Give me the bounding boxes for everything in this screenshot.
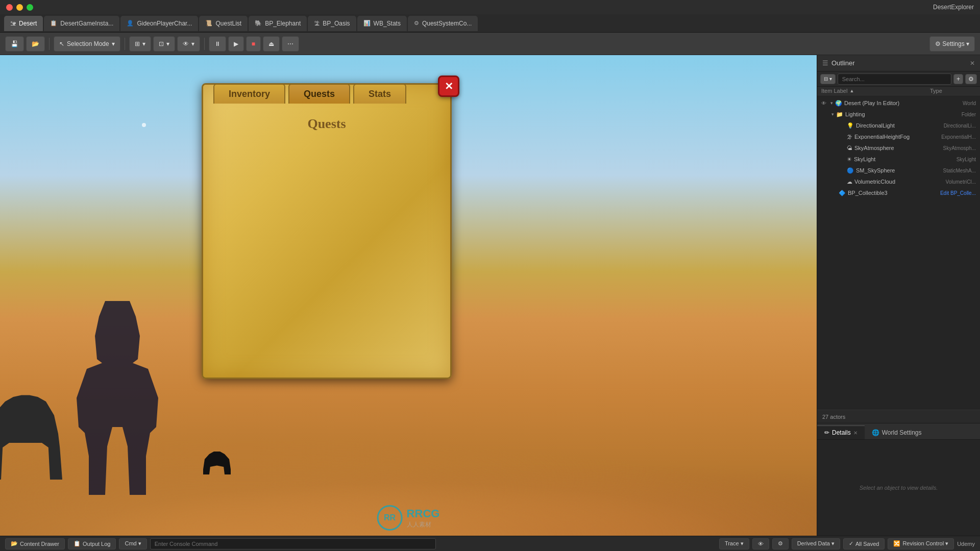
more-button[interactable]: ⋯ <box>282 36 299 52</box>
tab-questlist[interactable]: 📜QuestList <box>199 16 248 31</box>
outliner-column-headers: Item Label ▲ Type <box>817 87 980 95</box>
tree-item[interactable]: 🔷 BP_Collectible3 Edit BP_Colle... <box>817 187 980 198</box>
tab-gideon[interactable]: 👤GideonPlayerChar... <box>120 16 198 31</box>
tree-item[interactable]: ☁ VolumetricCloud VolumetriCl... <box>817 176 980 187</box>
derived-data-button[interactable]: Derived Data ▾ <box>792 538 840 549</box>
tab-label-desert: Desert <box>19 20 37 27</box>
inventory-tab[interactable]: Inventory <box>213 84 285 104</box>
tree-item-icon: ☁ <box>847 179 852 185</box>
viewport[interactable]: Inventory Quests Stats ✕ Quests <box>0 55 817 536</box>
stats-tab[interactable]: Stats <box>353 84 406 104</box>
content-drawer-button[interactable]: 📂 Content Drawer <box>5 538 65 549</box>
tree-item-icon: 🌍 <box>835 100 842 107</box>
tree-item-label: Desert (Play In Editor) <box>844 100 961 106</box>
main-area: Inventory Quests Stats ✕ Quests <box>0 55 980 536</box>
tree-item-type: StaticMeshA... <box>943 168 976 173</box>
traffic-lights <box>6 4 33 11</box>
outliner-add-button[interactable]: + <box>953 74 963 84</box>
right-panel: ☰ Outliner ✕ ⊟ ▾ + ⚙ Item Label ▲ Type 👁… <box>817 55 980 536</box>
watermark-sub-text: 人人素材 <box>407 520 440 529</box>
transform-button[interactable]: ⊞ ▾ <box>129 36 151 52</box>
tab-quest-system[interactable]: ⚙QuestSystemCo... <box>408 16 478 31</box>
eject-button[interactable]: ⏏ <box>263 36 280 52</box>
tree-item[interactable]: 💡 DirectionalLight DirectionalLi... <box>817 120 980 131</box>
tab-bp-oasis[interactable]: 🏝BP_Oasis <box>308 16 356 31</box>
tab-icon-quest-system: ⚙ <box>414 20 419 27</box>
view-icon: 👁 <box>183 40 189 47</box>
tree-item-label: DirectionalLight <box>856 122 942 129</box>
app-title: DesertExplorer <box>933 4 974 11</box>
tab-icon-wb-stats: 📊 <box>363 20 371 27</box>
transform-icon: ⊞ <box>135 40 140 47</box>
outliner-title: Outliner <box>831 59 967 67</box>
tree-item-label: SkyLight <box>854 156 954 162</box>
play-button[interactable]: ▶ <box>228 36 244 52</box>
tab-icon-desert: 🏜 <box>10 20 16 27</box>
tab-desert[interactable]: 🏜Desert <box>4 16 43 31</box>
outliner-settings-icon[interactable]: ⚙ <box>965 74 977 84</box>
console-input[interactable] <box>150 538 436 549</box>
tab-bar: 🏜Desert📋DesertGameInsta...👤GideonPlayerC… <box>0 14 980 33</box>
view-button[interactable]: 👁 ▾ <box>177 36 200 52</box>
save-indicator[interactable]: ✓ All Saved <box>843 538 885 549</box>
mouse-cursor <box>142 123 146 127</box>
settings-button[interactable]: ⚙ Settings ▾ <box>929 36 975 52</box>
tree-expand-arrow[interactable]: ▾ <box>830 101 833 106</box>
cpu-icon-button[interactable]: ⚙ <box>772 538 789 549</box>
check-icon: ✓ <box>849 540 853 547</box>
save-button[interactable]: 💾 <box>5 36 24 52</box>
tree-item-type: Folder <box>962 112 976 117</box>
tab-icon-bp-elephant: 🐘 <box>255 20 262 27</box>
outliner-tree[interactable]: 👁 ▾ 🌍 Desert (Play In Editor) World ▾ 📁 … <box>817 95 980 410</box>
tab-wb-stats[interactable]: 📊WB_Stats <box>357 16 407 31</box>
tab-label-gideon: GideonPlayerChar... <box>137 20 192 27</box>
view-dropdown-icon: ▾ <box>191 40 194 47</box>
maximize-button[interactable] <box>27 4 33 11</box>
tree-item-type: SkyLight <box>957 157 976 162</box>
eye-toggle[interactable]: 👁 <box>821 101 826 106</box>
tree-item[interactable]: ☀ SkyLight SkyLight <box>817 154 980 165</box>
tree-item-type: ExponentialH... <box>941 134 976 140</box>
tree-item[interactable]: ▾ 📁 Lighting Folder <box>817 109 980 120</box>
game-ui-overlay: Inventory Quests Stats ✕ Quests <box>0 55 817 536</box>
tree-item[interactable]: 🔵 SM_SkySphere StaticMeshA... <box>817 165 980 176</box>
drawer-icon: 📂 <box>11 540 18 547</box>
outliner-search-input[interactable] <box>838 73 951 85</box>
stop-button[interactable]: ■ <box>246 36 261 52</box>
tree-item[interactable]: 👁 ▾ 🌍 Desert (Play In Editor) World <box>817 97 980 109</box>
tree-item[interactable]: 🌫 ExponentialHeightFog ExponentialH... <box>817 131 980 142</box>
watermark-circle-text: RR <box>384 513 396 522</box>
panel-close-button[interactable]: ✕ <box>438 76 459 97</box>
outliner-filter-button[interactable]: ⊟ ▾ <box>820 74 836 84</box>
minimize-button[interactable] <box>16 4 23 11</box>
pause-button[interactable]: ⏸ <box>209 36 226 52</box>
trace-button[interactable]: Trace ▾ <box>719 538 749 549</box>
revision-control-button[interactable]: 🔀 Revision Control ▾ <box>888 538 954 549</box>
outliner-toolbar: ⊟ ▾ + ⚙ <box>817 71 980 87</box>
close-button[interactable] <box>6 4 13 11</box>
details-body: Select an object to view details. <box>817 440 980 536</box>
udemy-text: Udemy <box>957 541 975 547</box>
tree-expand-arrow[interactable]: ▾ <box>831 112 834 117</box>
tab-icon-gideon: 👤 <box>127 20 134 27</box>
revision-icon: 🔀 <box>893 540 900 547</box>
outliner-close-icon[interactable]: ✕ <box>970 60 975 67</box>
details-close-icon[interactable]: ✕ <box>853 430 857 436</box>
quests-tab[interactable]: Quests <box>288 84 350 104</box>
details-tab[interactable]: ✏ Details ✕ <box>817 425 865 439</box>
selection-mode-button[interactable]: ↖ Selection Mode ▾ <box>54 36 120 52</box>
tree-item-label: SM_SkySphere <box>856 167 941 173</box>
output-log-button[interactable]: 📋 Output Log <box>68 538 116 549</box>
stats-tab-label: Stats <box>369 89 391 99</box>
tab-desert-game[interactable]: 📋DesertGameInsta... <box>44 16 119 31</box>
tab-bp-elephant[interactable]: 🐘BP_Elephant <box>249 16 307 31</box>
snap-button[interactable]: ⊡ ▾ <box>153 36 175 52</box>
tree-item[interactable]: 🌤 SkyAtmosphere SkyAtmosph... <box>817 142 980 154</box>
watermark: RR RRCG 人人素材 <box>377 505 440 531</box>
eye-icon-button[interactable]: 👁 <box>752 538 769 549</box>
open-icon: 📂 <box>32 40 39 47</box>
world-settings-tab[interactable]: 🌐 World Settings <box>865 425 929 439</box>
details-pencil-icon: ✏ <box>824 429 829 436</box>
cmd-button[interactable]: Cmd ▾ <box>119 538 146 549</box>
open-button[interactable]: 📂 <box>26 36 45 52</box>
